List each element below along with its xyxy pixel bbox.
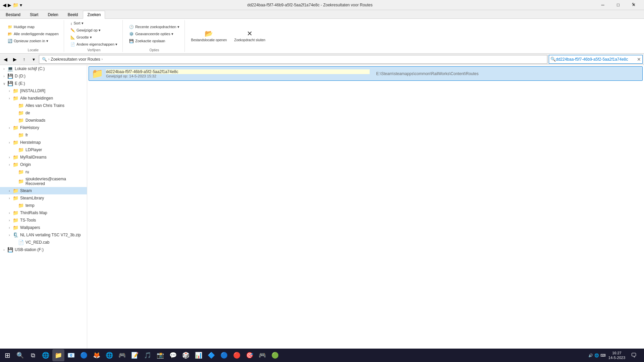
quick-access-down[interactable]: ▾ [20, 2, 22, 8]
btn-gewijzigd[interactable]: ✏️ Gewijzigd op ▾ [68, 27, 120, 34]
sidebar-item[interactable]: 📁fr [0, 131, 87, 139]
all-folders-icon: 📂 [8, 32, 12, 36]
sidebar-item[interactable]: 📁temp [0, 202, 87, 209]
sidebar-item[interactable]: ›📁Steam [0, 187, 87, 194]
sidebar-folder-icon: 📁 [17, 147, 24, 153]
chat-icon[interactable]: 💬 [167, 349, 179, 361]
sidebar-folder-icon: 📁 [12, 140, 19, 145]
media-icon[interactable]: 🎵 [142, 349, 154, 361]
sidebar-item[interactable]: ›📁Herstelmap [0, 139, 87, 146]
collapse-ribbon-button[interactable]: ▲ [630, 1, 636, 6]
sidebar-item[interactable]: ∨💾E (E:) [0, 80, 87, 87]
sidebar-item[interactable]: ›💾D (D:) [0, 72, 87, 80]
brave-icon[interactable]: 🔵 [78, 349, 90, 361]
btn-alle-onderliggende[interactable]: 📂 Alle onderliggende mappen [5, 31, 61, 37]
btn-huidige-map[interactable]: 📁 Huidige map [5, 24, 61, 30]
tray-icon[interactable]: 🔊 [588, 353, 593, 358]
sidebar-item[interactable]: ›💻Lokale schijf (C:) [0, 65, 87, 72]
sidebar-item[interactable]: ›🗜️NL LAN vertaling TSC V72_3b.zip [0, 231, 87, 239]
spotify-icon[interactable]: 🟢 [269, 349, 281, 361]
file-item[interactable]: 📁dd224baa-f5f7-46b9-a5f2-5aa2f1a74e8cGew… [89, 66, 643, 81]
search-clear-button[interactable]: ✕ [637, 57, 641, 62]
quick-access-forward[interactable]: ▶ [8, 2, 11, 8]
sidebar-item[interactable]: ›📁Origin [0, 161, 87, 168]
excel-icon[interactable]: 📊 [193, 349, 205, 361]
sidebar-chevron: › [7, 211, 12, 215]
taskbar-start-button[interactable]: ⊞ [1, 349, 13, 361]
app1-icon[interactable]: 🔵 [218, 349, 230, 361]
sidebar-item[interactable]: ›📁TS-Tools [0, 217, 87, 224]
note-icon[interactable]: 📝 [129, 349, 141, 361]
sidebar-chevron: › [1, 248, 7, 252]
sidebar-item[interactable]: 📁sjoukdevries@casema Recovered [0, 176, 87, 187]
photo-icon[interactable]: 📸 [154, 349, 166, 361]
game-icon[interactable]: 🎮 [116, 349, 128, 361]
nav-forward[interactable]: ▶ [11, 55, 19, 63]
sidebar-item-label: Herstelmap [20, 140, 86, 145]
btn-andere[interactable]: 📄 Andere eigenschappen ▾ [68, 41, 120, 48]
sidebar-item[interactable]: ›📁FileHistory [0, 124, 87, 131]
sidebar-item[interactable]: 📁ru [0, 168, 87, 176]
taskbar-taskview-button[interactable]: ⧉ [27, 349, 39, 361]
tab-delen[interactable]: Delen [43, 11, 62, 18]
btn-bestandslocatie[interactable]: 📂 Bestandslocatie openen [189, 28, 229, 43]
app3-icon[interactable]: 🎯 [244, 349, 256, 361]
sidebar-item[interactable]: ›📁Alle handleidingen [0, 95, 87, 102]
sidebar-item[interactable]: ›📁Wallpapers [0, 224, 87, 231]
time-display: 16:27 [608, 351, 625, 355]
btn-grootte[interactable]: 📐 Grootte ▾ [68, 34, 120, 41]
sidebar-item[interactable]: ›💾USB-station (F:) [0, 246, 87, 253]
nav-up[interactable]: ↑ [20, 55, 28, 63]
notification-button[interactable]: 🗨 [628, 349, 640, 361]
tray-icon[interactable]: 🌐 [594, 353, 599, 358]
minimize-button[interactable]: ─ [595, 0, 610, 10]
edge-icon[interactable]: 🌐 [40, 349, 52, 361]
sidebar-chevron: › [7, 126, 12, 130]
btn-sort[interactable]: ↕ Sort ▾ [68, 20, 120, 26]
tab-start[interactable]: Start [25, 11, 43, 18]
btn-sluiten[interactable]: ✕ Zoekopdracht sluiten [232, 28, 268, 43]
nav-back[interactable]: ◀ [1, 55, 9, 63]
search-input[interactable] [556, 57, 637, 62]
btn-geavanceerde[interactable]: ⚙️ Geavanceerde opties ▾ [127, 31, 181, 37]
taskbar-search-button[interactable]: 🔍 [14, 349, 26, 361]
sidebar-folder-icon: 📁 [12, 195, 19, 201]
ie-icon[interactable]: 🌐 [103, 349, 115, 361]
btn-recente[interactable]: 🕒 Recente zoekopdrachten ▾ [127, 24, 181, 30]
outlook-icon[interactable]: 📧 [65, 349, 77, 361]
address-bar[interactable]: 🔍 › Zoekresultaten voor Routes › [39, 55, 547, 64]
quick-access-icons: ◀ ▶ 📁 ▾ [3, 2, 22, 8]
sidebar-chevron: ∨ [1, 82, 7, 85]
sidebar-item[interactable]: ›📁SteamLibrary [0, 194, 87, 202]
sidebar-item[interactable]: ›📁[INSTALLDIR] [0, 87, 87, 95]
sidebar-item[interactable]: ›📁ThirdRails Map [0, 209, 87, 217]
sidebar-item[interactable]: 📁Alles van Chris Trains [0, 102, 87, 109]
steam-taskbar-icon[interactable]: 🎮 [256, 349, 268, 361]
tab-beeld[interactable]: Beeld [63, 11, 83, 18]
game2-icon[interactable]: 🎲 [180, 349, 192, 361]
sidebar-folder-icon: 📁 [12, 188, 19, 193]
tab-zoeken[interactable]: Zoeken [83, 11, 105, 19]
search-box[interactable]: 🔍 ✕ [549, 55, 643, 64]
sidebar-item[interactable]: 📄VC_RED.cab [0, 239, 87, 246]
tray-icon[interactable]: ⌨ [600, 353, 606, 358]
btn-opslaan[interactable]: 💾 Zoekactie opslaan [127, 38, 181, 44]
app2-icon[interactable]: 🔴 [231, 349, 243, 361]
tab-bestand[interactable]: Bestand [1, 11, 25, 18]
quick-access-back[interactable]: ◀ [3, 2, 6, 8]
sidebar-item-label: E (E:) [15, 81, 86, 86]
size-icon: 📐 [70, 35, 75, 40]
nav-recent[interactable]: ▾ [30, 55, 38, 63]
sidebar-item[interactable]: 📁LDPlayer [0, 146, 87, 154]
sidebar-item[interactable]: ›📁MyRailDreams [0, 154, 87, 161]
file-explorer-icon[interactable]: 📁 [52, 349, 64, 361]
firefox-icon[interactable]: 🦊 [91, 349, 103, 361]
sidebar-item[interactable]: 📁Downloads [0, 117, 87, 124]
maximize-button[interactable]: □ [610, 0, 626, 10]
sidebar-item-label: VC_RED.cab [25, 240, 86, 245]
word-icon[interactable]: 🔷 [205, 349, 217, 361]
sidebar-item[interactable]: 📁de [0, 109, 87, 117]
taskbar-time[interactable]: 16:2714-5-2023 [608, 351, 625, 360]
btn-opnieuw-zoeken[interactable]: 🔄 Opnieuw zoeken in ▾ [5, 38, 61, 44]
quick-access-folder[interactable]: 📁 [13, 2, 18, 8]
